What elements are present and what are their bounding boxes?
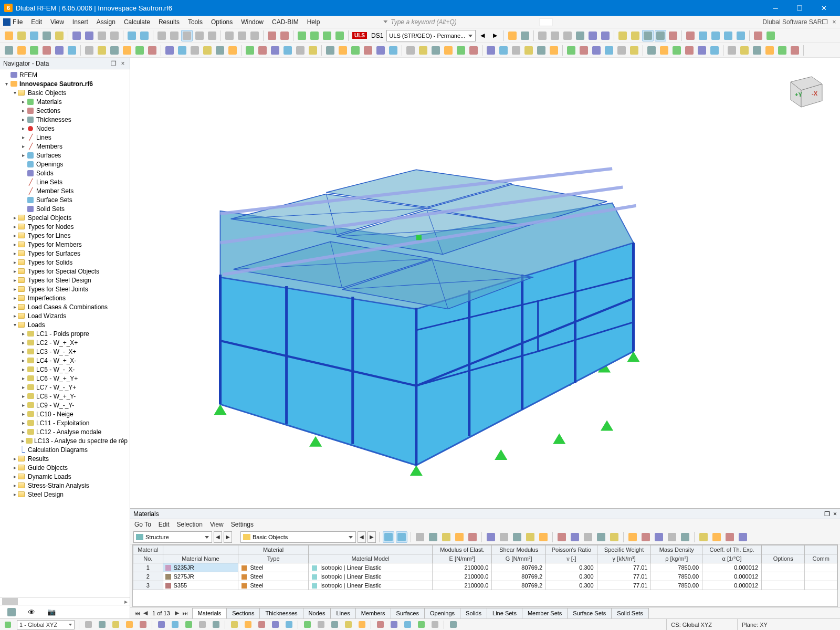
tool2-52[interactable]: [696, 45, 708, 56]
tree-item[interactable]: ▸Types for Nodes: [1, 222, 130, 231]
mat-tab-line-sets[interactable]: Line Sets: [487, 608, 522, 618]
keyword-search[interactable]: Type a keyword (Alt+Q): [383, 18, 456, 26]
tree-item[interactable]: Surface Sets: [1, 195, 130, 204]
view-6[interactable]: [574, 30, 586, 41]
tool2-15[interactable]: [202, 45, 213, 56]
sb-btn-21[interactable]: [389, 620, 398, 629]
pg-prev[interactable]: ◀: [142, 610, 149, 616]
tree-item[interactable]: ▸LC7 - W_-_Y+: [1, 383, 130, 392]
mat-tab-thicknesses[interactable]: Thicknesses: [259, 608, 303, 618]
mat-tb-x9[interactable]: [538, 531, 549, 543]
tool2-16[interactable]: [214, 45, 226, 56]
view-8[interactable]: [600, 30, 611, 41]
mat-tb-x7[interactable]: [511, 531, 523, 543]
calc-all-button[interactable]: [279, 30, 290, 41]
mat-tb-x16[interactable]: [640, 531, 652, 543]
tree-item[interactable]: ▸Results: [1, 454, 130, 463]
undo-button[interactable]: [126, 30, 138, 41]
tool2-4[interactable]: [54, 45, 65, 56]
mat-menu-view[interactable]: View: [210, 521, 224, 528]
tool2-35[interactable]: [468, 45, 479, 56]
tool2-24[interactable]: [324, 45, 336, 56]
tree-item[interactable]: ▸Types for Special Objects: [1, 267, 130, 276]
tree-item[interactable]: ▸Types for Members: [1, 240, 130, 249]
mat-prev-2[interactable]: ◀: [358, 531, 366, 543]
sb-btn-10[interactable]: [229, 620, 239, 629]
tree-item[interactable]: ▸LC13 - Analyse du spectre de rép: [1, 436, 130, 445]
report-button[interactable]: [109, 30, 120, 41]
tree-item[interactable]: ▸Types for Lines: [1, 231, 130, 240]
menu-insert[interactable]: Insert: [68, 17, 92, 27]
mat-tab-lines[interactable]: Lines: [330, 608, 355, 618]
tree-item[interactable]: ⎿Calculation Diagrams: [1, 445, 130, 454]
mat-tab-openings[interactable]: Openings: [424, 608, 460, 618]
tree-item[interactable]: ▾Loads: [1, 320, 130, 329]
mat-tab-solid-sets[interactable]: Solid Sets: [611, 608, 649, 618]
panel-5[interactable]: [206, 30, 218, 41]
materials-grid[interactable]: MaterialMaterialModulus of Elast.Shear M…: [132, 544, 838, 607]
tree-item[interactable]: ▸LC6 - W_+_Y+: [1, 374, 130, 383]
tree-item[interactable]: ▸Stress-Strain Analysis: [1, 481, 130, 490]
view-10[interactable]: [629, 30, 641, 41]
undo-splitbutton[interactable]: [540, 18, 552, 26]
tool2-1[interactable]: [16, 45, 27, 56]
panel-2[interactable]: [169, 30, 180, 41]
minimize-button[interactable]: ─: [763, 0, 788, 16]
sb-btn-0[interactable]: [83, 620, 93, 629]
tree-item[interactable]: ▸Special Objects: [1, 213, 130, 222]
tool2-46[interactable]: [616, 45, 627, 56]
tool2-43[interactable]: [578, 45, 590, 56]
menu-assign[interactable]: Assign: [92, 17, 120, 27]
sb-btn-23[interactable]: [416, 620, 426, 629]
mat-prev-1[interactable]: ◀: [214, 531, 222, 543]
tool2-25[interactable]: [337, 45, 349, 56]
tree-item[interactable]: ▸LC4 - W_+_X-: [1, 356, 130, 365]
mat-tab-nodes[interactable]: Nodes: [303, 608, 331, 618]
tool2-5[interactable]: [66, 45, 78, 56]
pg-next[interactable]: ▶: [173, 610, 181, 616]
warp-button[interactable]: [321, 30, 333, 41]
tool2-30[interactable]: [405, 45, 416, 56]
tool2-13[interactable]: [176, 45, 188, 56]
tool2-42[interactable]: [565, 45, 577, 56]
tree-item[interactable]: ▸Nodes: [1, 124, 130, 133]
mat-tb-x17[interactable]: [653, 531, 665, 543]
sb-btn-5[interactable]: [156, 620, 166, 629]
open-button[interactable]: [16, 30, 27, 41]
sb-refresh[interactable]: [3, 620, 13, 629]
navigator-hscroll[interactable]: ▸: [0, 597, 130, 605]
sb-btn-18[interactable]: [343, 620, 353, 629]
view-13[interactable]: [667, 30, 679, 41]
sb-btn-7[interactable]: [184, 620, 193, 629]
fx-2[interactable]: [765, 30, 776, 41]
child-close[interactable]: ×: [831, 18, 838, 26]
menu-window[interactable]: Window: [237, 17, 268, 27]
tree-item[interactable]: ▸LC1 - Poids propre: [1, 329, 130, 338]
sb-btn-9[interactable]: [211, 620, 220, 629]
child-restore[interactable]: ❐: [821, 18, 828, 26]
sb-btn-12[interactable]: [257, 620, 266, 629]
tool2-19[interactable]: [257, 45, 268, 56]
tool2-3[interactable]: [41, 45, 52, 56]
menu-view[interactable]: View: [46, 17, 68, 27]
mat-menu-selection[interactable]: Selection: [177, 521, 203, 528]
tree-item[interactable]: ▸LC12 - Analyse modale: [1, 427, 130, 436]
mat-tb-x11[interactable]: [569, 531, 581, 543]
viewport[interactable]: +Y -X Z X Y Materials ❐ × Go To Edit: [130, 58, 840, 618]
tool2-48[interactable]: [646, 45, 657, 56]
mat-tb-x14[interactable]: [608, 531, 620, 543]
mat-tb-x1[interactable]: [427, 531, 439, 543]
mat-tab-materials[interactable]: Materials: [192, 608, 227, 618]
loads-button[interactable]: [309, 30, 320, 41]
sb-btn-1[interactable]: [97, 620, 107, 629]
menu-file[interactable]: File: [2, 17, 27, 27]
tool2-49[interactable]: [658, 45, 670, 56]
menu-edit[interactable]: Edit: [27, 17, 46, 27]
view-14[interactable]: [685, 30, 696, 41]
view-5[interactable]: [562, 30, 573, 41]
mat-tb-x15[interactable]: [627, 531, 638, 543]
tree-item[interactable]: ▸Materials: [1, 97, 130, 106]
mat-tab-surface-sets[interactable]: Surface Sets: [567, 608, 612, 618]
sb-btn-25[interactable]: [448, 620, 458, 629]
nav-data-button[interactable]: [5, 607, 18, 617]
